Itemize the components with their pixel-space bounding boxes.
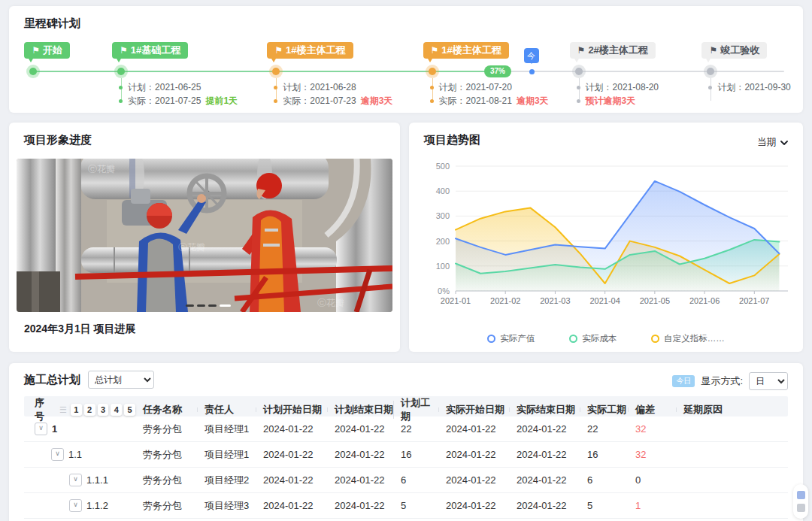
milestone-flag-badge[interactable]: ⚑1#楼主体工程 [423, 42, 509, 59]
level-button[interactable]: 4 [111, 404, 122, 416]
milestone-dot[interactable] [114, 65, 128, 78]
watermark-text: ⓒ花瓣 [178, 242, 205, 253]
actual-days-cell: 5 [580, 500, 628, 511]
milestone-flag-badge[interactable]: ⚑1#楼主体工程 [267, 42, 353, 59]
actual-end-cell: 2024-01-22 [509, 474, 580, 486]
level-button[interactable]: 2 [84, 404, 95, 416]
table-row[interactable]: ∨1.1.2劳务分包项目经理32024-01-222024-01-2252024… [24, 493, 788, 519]
milestone-dot[interactable] [704, 65, 717, 78]
milestone-label: 1#楼主体工程 [441, 44, 501, 56]
column-header-label: 实际开始日期 [446, 403, 504, 416]
display-mode-select[interactable]: 日 [749, 372, 788, 390]
svg-text:2021-04: 2021-04 [589, 296, 620, 305]
date-text: 计划：2021-06-25 [128, 81, 201, 94]
back-to-top-icon[interactable] [797, 504, 805, 512]
flag-icon: ⚑ [431, 45, 439, 56]
column-header: 计划结束日期 [327, 403, 393, 416]
svg-text:2021-06: 2021-06 [689, 296, 720, 305]
task-number: 1.1.2 [86, 500, 108, 511]
bullet-dot [274, 99, 277, 103]
legend-label: 实际成本 [582, 333, 617, 344]
milestone-date-line: 实际：2021-07-25提前1天 [119, 94, 238, 108]
date-text: 实际：2021-08-21 [439, 95, 512, 108]
milestone-dot[interactable] [426, 65, 439, 78]
project-progress-title: 项目形象进度 [24, 133, 92, 147]
table-row[interactable]: ∨1.1劳务分包项目经理12024-01-222024-01-22162024-… [24, 442, 788, 468]
actual-start-cell: 2024-01-22 [438, 474, 509, 486]
task-name-cell: 劳务分包 [135, 423, 197, 436]
svg-text:400: 400 [436, 186, 450, 195]
valve-wheel [189, 176, 224, 211]
period-selector[interactable]: 当期 [757, 136, 788, 149]
owner-cell: 项目经理3 [197, 499, 256, 513]
today-marker-bubble: 今 [524, 48, 539, 63]
row-expand-icon[interactable]: ∨ [69, 499, 82, 512]
plan-table: 序号☰12345任务名称责任人计划开始日期计划结束日期计划工期实际开始日期实际结… [24, 396, 788, 519]
plan-type-select[interactable]: 总计划 [88, 371, 154, 389]
today-marker-dot [529, 69, 535, 74]
floating-toolbar[interactable] [793, 484, 808, 519]
assistant-icon[interactable] [797, 491, 805, 499]
milestone-date-line: 计划：2021-07-20 [430, 80, 549, 94]
owner-cell: 项目经理2 [197, 474, 256, 487]
table-toolbar: 施工总计划 总计划 今日 显示方式: 日 [9, 363, 803, 395]
project-trend-title: 项目趋势图 [424, 133, 480, 147]
bullet-dot [119, 99, 123, 103]
flag-icon: ⚑ [32, 45, 40, 56]
milestone-dot[interactable] [269, 65, 283, 78]
milestone-flag-badge[interactable]: ⚑1#基础工程 [112, 42, 188, 59]
flag-icon: ⚑ [577, 45, 586, 56]
milestone-plan-title: 里程碑计划 [24, 17, 80, 31]
milestone-date-line: 实际：2021-07-23逾期3天 [274, 94, 392, 108]
bullet-dot [577, 99, 580, 103]
svg-text:2021-02: 2021-02 [490, 296, 520, 305]
milestone-timeline: ⚑开始⚑1#基础工程计划：2021-06-25实际：2021-07-25提前1天… [24, 39, 788, 108]
owner-cell: 项目经理1 [197, 448, 256, 462]
legend-label: 自定义指标…… [664, 333, 725, 344]
plan-days-cell: 22 [393, 423, 438, 435]
milestone-date-line: 实际：2021-08-21逾期3天 [430, 94, 549, 108]
milestone-flag-badge[interactable]: ⚑开始 [24, 42, 70, 59]
date-text: 计划：2021-09-30 [717, 81, 790, 94]
deviation-cell: 0 [628, 474, 676, 486]
legend-marker-icon [651, 335, 659, 343]
milestone-dot[interactable] [572, 65, 586, 78]
svg-text:100: 100 [436, 262, 450, 271]
project-trend-card: 项目趋势图 当期 0%1002003004005002021-012021-02… [409, 123, 803, 352]
legend-item[interactable]: 自定义指标…… [651, 333, 725, 344]
row-expand-icon[interactable]: ∨ [69, 474, 82, 486]
construction-plan-title: 施工总计划 [24, 373, 80, 387]
plan-days-cell: 5 [393, 500, 438, 511]
plan-start-cell: 2024-01-22 [256, 449, 327, 460]
milestone-flag-badge[interactable]: ⚑竣工验收 [701, 42, 767, 59]
svg-text:200: 200 [436, 237, 450, 246]
task-number-cell: ∨1.1.1 [24, 474, 135, 486]
plan-end-cell: 2024-01-22 [327, 449, 393, 460]
watermark-text: ⓒ花瓣 [317, 298, 344, 308]
level-button[interactable]: 1 [71, 404, 82, 416]
legend-item[interactable]: 实际成本 [569, 333, 617, 344]
table-row[interactable]: ∨1.1.1劳务分包项目经理22024-01-222024-01-2262024… [24, 468, 788, 493]
column-header: 延期原因 [676, 403, 788, 416]
flag-icon: ⚑ [120, 45, 128, 56]
flag-icon: ⚑ [709, 45, 717, 56]
column-header: 责任人 [197, 403, 256, 416]
legend-marker-icon [487, 335, 495, 343]
legend-item[interactable]: 实际产值 [487, 333, 535, 344]
milestone-label: 开始 [43, 44, 62, 56]
date-text: 计划：2021-07-20 [439, 81, 512, 94]
actual-days-cell: 16 [580, 449, 628, 460]
milestone-flag-badge[interactable]: ⚑2#楼主体工程 [570, 42, 656, 59]
table-header-row: 序号☰12345任务名称责任人计划开始日期计划结束日期计划工期实际开始日期实际结… [24, 396, 788, 416]
row-expand-icon[interactable]: ∨ [35, 423, 47, 435]
level-button[interactable]: 5 [124, 404, 135, 416]
column-header-label: 任务名称 [143, 403, 182, 416]
milestone-dot[interactable] [26, 65, 40, 78]
level-button[interactable]: 3 [98, 404, 109, 416]
plan-end-cell: 2024-01-22 [327, 500, 393, 511]
svg-text:2021-03: 2021-03 [540, 296, 570, 305]
task-number-cell: ∨1.1.2 [24, 499, 135, 512]
milestone-dates: 计划：2021-06-28实际：2021-07-23逾期3天 [274, 80, 392, 108]
row-expand-icon[interactable]: ∨ [51, 448, 64, 461]
task-number-cell: ∨1 [24, 423, 135, 435]
